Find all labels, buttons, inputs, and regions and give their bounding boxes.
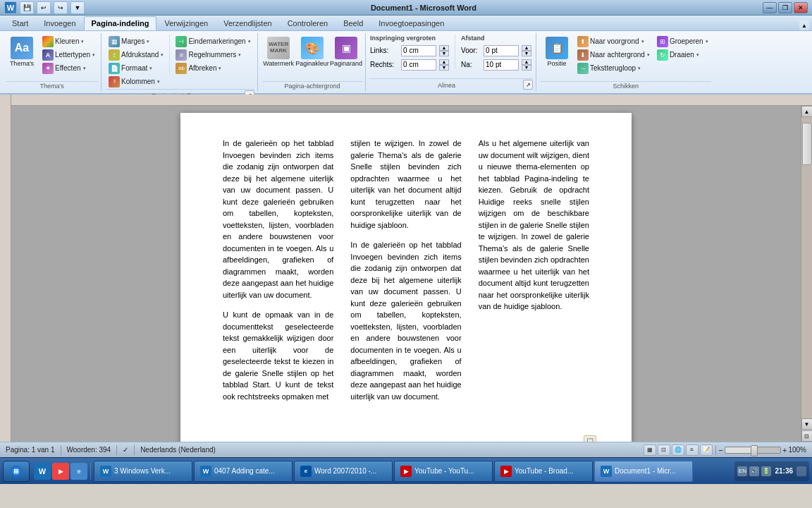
naar-achtergrond-button[interactable]: ⬇ Naar achtergrond▾ <box>574 48 653 61</box>
scroll-thumb-v[interactable] <box>802 123 812 165</box>
tray-icon-2[interactable]: 🔊 <box>749 466 759 476</box>
regelnummers-button[interactable]: ≡ Regelnummers▾ <box>173 48 253 61</box>
save-qa-btn[interactable]: 💾 <box>20 1 34 14</box>
paste-options-icon[interactable]: 📋 <box>584 435 596 442</box>
groeperen-button[interactable]: ⊞ Groeperen▾ <box>654 35 711 48</box>
eindemarkeringen-button[interactable]: ⊣ Eindemarkeringen▾ <box>173 35 253 48</box>
afstand-na-input[interactable] <box>484 59 519 71</box>
ribbon-group-schikken: 📋 Positie ⬆ Naar voorgrond▾ ⬇ Naar achte… <box>538 33 714 91</box>
restore-button[interactable]: ❐ <box>778 2 792 13</box>
taskbar-item-6[interactable]: W Document1 - Micr... <box>594 461 693 482</box>
ribbon-tabs: Start Invoegen Pagina-indeling Verwijzin… <box>0 16 812 31</box>
column-2[interactable]: stijlen te wijzigen. In zowel de galerie… <box>350 138 461 411</box>
start-button[interactable]: ⊞ <box>3 461 30 482</box>
titlebar-title: Document1 - Microsoft Word <box>85 4 763 12</box>
tray-icon-3[interactable]: 🔋 <box>761 466 771 476</box>
tab-invoegtoepasingen[interactable]: Invoegtoepasingen <box>371 16 452 30</box>
scrollbar-vertical[interactable]: ▲ ▼ ⊡ <box>801 106 812 442</box>
taskbar-item-2[interactable]: W 0407 Adding cate... <box>194 461 293 482</box>
rechts-down-btn[interactable]: ▼ <box>439 65 449 71</box>
col2-para1: stijlen te wijzigen. In zowel de galerie… <box>350 138 461 231</box>
tab-start[interactable]: Start <box>4 16 36 30</box>
tab-beeld[interactable]: Beeld <box>336 16 371 30</box>
taskbar-item-1[interactable]: W 3 Windows Verk... <box>94 461 192 482</box>
taskbar-item-4[interactable]: ▶ YouTube - YouTu... <box>394 461 493 482</box>
redo-qa-btn[interactable]: ↪ <box>54 1 68 14</box>
afstand-label: Afstand <box>461 35 531 42</box>
lettertypen-button[interactable]: A Lettertypen▾ <box>39 48 98 61</box>
naar-voorgrond-button[interactable]: ⬆ Naar voorgrond▾ <box>574 35 653 48</box>
formaat-button[interactable]: 📄 Formaat▾ <box>106 61 166 75</box>
rechts-up-btn[interactable]: ▲ <box>439 59 449 65</box>
sep4 <box>715 445 716 455</box>
zoom-in-btn[interactable]: + <box>782 446 787 454</box>
clock[interactable]: 21:36 <box>773 467 794 475</box>
taskbar-item-3[interactable]: e Word 2007/2010 -... <box>294 461 393 482</box>
zoom-slider[interactable] <box>725 447 781 454</box>
scroll-split-btn[interactable]: ⊡ <box>801 430 813 442</box>
inspringing-links-input[interactable] <box>401 45 436 56</box>
afbreken-button[interactable]: ab Afbreken▾ <box>173 61 253 75</box>
kleuren-button[interactable]: Kleuren▾ <box>39 35 98 48</box>
col1-para1: In de galerieën op het tabblad Invoegen … <box>223 138 333 301</box>
pagina-achtergrond-group-label: Pagina-achtergrond <box>262 81 362 90</box>
alinea-expand-btn[interactable]: ↗ <box>523 80 533 90</box>
marges-button[interactable]: ▦ Marges▾ <box>106 35 166 48</box>
full-screen-btn[interactable]: ⊡ <box>658 445 670 456</box>
language[interactable]: Nederlands (Nederland) <box>140 446 216 454</box>
tab-pagina-indeling[interactable]: Pagina-indeling <box>84 16 157 30</box>
tab-verzendlijsten[interactable]: Verzendlijsten <box>216 16 280 30</box>
view-buttons: ▦ ⊡ 🌐 ≡ 📝 <box>644 445 713 456</box>
effecten-button[interactable]: ✦ Effecten▾ <box>39 61 98 75</box>
undo-qa-btn[interactable]: ↩ <box>37 1 51 14</box>
inspringing-rechts-input[interactable] <box>401 59 436 71</box>
voor-down-btn[interactable]: ▼ <box>522 51 531 56</box>
minimize-button[interactable]: — <box>763 2 777 13</box>
scroll-down-btn[interactable]: ▼ <box>801 418 813 430</box>
statusbar: Pagina: 1 van 1 Woorden: 394 ✓ Nederland… <box>0 442 812 457</box>
draaien-button[interactable]: ↻ Draaien▾ <box>654 48 711 61</box>
column-3[interactable]: Als u het algemene uiterlijk van uw docu… <box>479 138 589 411</box>
zoom-thumb[interactable] <box>751 445 758 456</box>
themas-button[interactable]: Aa Thema's <box>6 35 38 77</box>
zoom-level[interactable]: 100% <box>788 446 806 454</box>
yt-quick-launch[interactable]: ▶ <box>52 463 69 480</box>
na-up-btn[interactable]: ▲ <box>522 59 531 65</box>
tab-verwijzingen[interactable]: Verwijzingen <box>156 16 216 30</box>
column-1[interactable]: In de galerieën op het tabblad Invoegen … <box>223 138 333 411</box>
afstand-voor-input[interactable] <box>484 45 519 56</box>
kolommen-button[interactable]: ⫳ Kolommen▾ <box>106 75 166 88</box>
document-scroll-area[interactable]: In de galerieën op het tabblad Invoegen … <box>11 106 801 442</box>
outline-btn[interactable]: ≡ <box>686 445 699 456</box>
tekstterugloop-button[interactable]: → Tekstterugloop▾ <box>574 61 653 75</box>
paginakleur-button[interactable]: 🎨 Paginakleur <box>296 35 328 77</box>
draft-btn[interactable]: 📝 <box>700 445 713 456</box>
positie-button[interactable]: 📋 Positie <box>541 35 573 77</box>
zoom-out-btn[interactable]: − <box>719 446 723 454</box>
tab-controleren[interactable]: Controleren <box>280 16 336 30</box>
scroll-up-btn[interactable]: ▲ <box>801 106 813 117</box>
qa-dropdown-btn[interactable]: ▼ <box>70 1 85 14</box>
ribbon-collapse-btn[interactable]: ▲ <box>799 20 809 30</box>
print-layout-btn[interactable]: ▦ <box>644 445 656 456</box>
scroll-track-v[interactable] <box>801 117 813 418</box>
web-layout-btn[interactable]: 🌐 <box>672 445 684 456</box>
tab-invoegen[interactable]: Invoegen <box>36 16 83 30</box>
spell-check-icon[interactable]: ✓ <box>123 446 128 454</box>
paginarand-button[interactable]: ▣ Paginarand <box>330 35 362 77</box>
ie-quick-launch[interactable]: e <box>70 463 87 480</box>
titlebar: W 💾 ↩ ↪ ▼ Document1 - Microsoft Word — ❐… <box>0 0 812 16</box>
inspringing-label: Inspringing vergroten <box>370 35 449 42</box>
voor-up-btn[interactable]: ▲ <box>522 45 531 51</box>
close-button[interactable]: ✕ <box>794 2 808 13</box>
taskbar-item-5[interactable]: ▶ YouTube - Broad... <box>494 461 593 482</box>
page-columns: In de galerieën op het tabblad Invoegen … <box>223 138 589 411</box>
tray-icon-1[interactable]: EN <box>737 466 747 476</box>
watermerk-button[interactable]: WATERMARK Watermerk <box>262 35 295 77</box>
word-quick-launch[interactable]: W <box>34 463 51 480</box>
na-down-btn[interactable]: ▼ <box>522 65 531 71</box>
links-down-btn[interactable]: ▼ <box>439 51 449 56</box>
afdrukstand-button[interactable]: ↕ Afdrukstand▾ <box>106 48 166 61</box>
show-desktop-btn[interactable] <box>796 466 806 476</box>
links-up-btn[interactable]: ▲ <box>439 45 449 51</box>
